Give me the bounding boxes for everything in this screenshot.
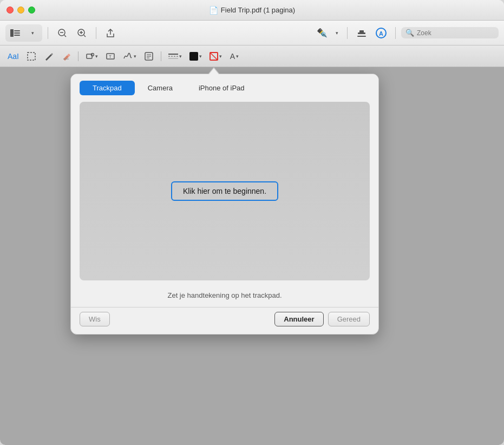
svg-rect-14 — [357, 36, 366, 37]
svg-line-10 — [84, 35, 86, 37]
search-icon: 🔍 — [405, 29, 414, 37]
freehand-button[interactable] — [42, 49, 56, 63]
chevron-down-icon: ▾ — [95, 54, 98, 59]
popup-instructions: Zet je handtekening op het trackpad. — [71, 287, 378, 307]
zoom-in-button[interactable] — [73, 25, 90, 41]
traffic-lights — [6, 6, 35, 14]
sidebar-toggle-button[interactable] — [6, 25, 24, 41]
title-label: Field Trip.pdf (1 pagina) — [221, 6, 295, 14]
text-tool-button[interactable]: AaI — [5, 49, 21, 63]
border-color-button[interactable]: ▾ — [207, 49, 224, 63]
svg-text:A: A — [379, 30, 383, 36]
close-button[interactable] — [6, 6, 14, 14]
line-style-button[interactable]: ▾ — [166, 49, 184, 63]
signature-popup: Trackpad Camera iPhone of iPad Klik hier… — [70, 74, 379, 335]
toolbar-sep-2 — [96, 27, 96, 39]
svg-rect-0 — [10, 29, 14, 37]
chevron-down-icon: ▾ — [336, 30, 338, 36]
pen-tool-button[interactable]: ✒️ — [313, 25, 331, 41]
sidebar-toggle-group: ▾ — [5, 24, 42, 42]
svg-line-6 — [64, 35, 66, 37]
main-toolbar: ▾ — [0, 21, 504, 45]
tab-iphone[interactable]: iPhone of iPad — [186, 81, 258, 95]
toolbar-sep-3 — [347, 27, 348, 39]
app-window: 📄 Field Trip.pdf (1 pagina) ▾ — [0, 0, 504, 445]
page-content: Trackpad Camera iPhone of iPad Klik hier… — [0, 67, 504, 445]
chevron-down-icon: ▾ — [134, 54, 136, 59]
signature-button[interactable]: ▾ — [121, 49, 139, 63]
svg-rect-2 — [14, 32, 20, 34]
toolbar-sep-1 — [48, 27, 48, 39]
ann-sep-2 — [161, 51, 161, 61]
svg-line-31 — [210, 53, 218, 60]
document-icon: 📄 — [209, 6, 218, 15]
shapes-button[interactable]: ▾ — [83, 49, 100, 63]
annuleer-button[interactable]: Annuleer — [274, 312, 323, 326]
tab-camera[interactable]: Camera — [135, 81, 186, 95]
sidebar-dropdown-button[interactable]: ▾ — [24, 25, 41, 41]
svg-text:T: T — [109, 54, 112, 59]
tab-trackpad[interactable]: Trackpad — [80, 81, 135, 95]
drawing-area[interactable]: Klik hier om te beginnen. — [80, 102, 370, 280]
window-title: 📄 Field Trip.pdf (1 pagina) — [209, 6, 295, 15]
chevron-down-icon: ▾ — [179, 54, 182, 59]
zoom-out-button[interactable] — [54, 25, 71, 41]
maximize-button[interactable] — [28, 6, 35, 14]
popup-footer: Wis Annuleer Gereed — [71, 307, 378, 334]
chevron-down-icon: ▾ — [236, 54, 239, 59]
gereed-button[interactable]: Gereed — [328, 312, 370, 326]
svg-point-20 — [91, 53, 94, 56]
toolbar-sep-4 — [395, 27, 396, 39]
font-label: A — [230, 52, 235, 61]
share-button[interactable] — [102, 25, 119, 41]
titlebar: 📄 Field Trip.pdf (1 pagina) — [0, 0, 504, 21]
instructions-text: Zet je handtekening op het trackpad. — [167, 291, 282, 299]
svg-rect-3 — [14, 35, 20, 36]
annotation-toolbar: AaI — [0, 45, 504, 67]
chevron-down-icon: ▾ — [199, 54, 202, 59]
fill-color-swatch — [189, 52, 198, 61]
eraser-button[interactable] — [59, 49, 73, 63]
stamp-button[interactable] — [353, 25, 370, 41]
wis-button[interactable]: Wis — [80, 312, 110, 326]
svg-rect-17 — [28, 53, 35, 60]
pen-tool-group: ✒️ ▾ — [313, 25, 342, 41]
search-bar: 🔍 — [401, 27, 499, 38]
textbox-button[interactable]: T — [103, 49, 117, 63]
chevron-down-icon: ▾ — [31, 30, 34, 36]
selection-button[interactable] — [24, 49, 38, 63]
minimize-button[interactable] — [17, 6, 24, 14]
fill-color-button[interactable]: ▾ — [187, 49, 204, 63]
popup-caret — [208, 67, 219, 74]
svg-rect-13 — [359, 30, 364, 33]
pen-dropdown-button[interactable]: ▾ — [332, 25, 342, 41]
font-button[interactable]: A ▾ — [227, 49, 241, 63]
note-button[interactable] — [142, 49, 156, 63]
popup-tabs: Trackpad Camera iPhone of iPad — [71, 74, 378, 95]
click-to-begin-button[interactable]: Klik hier om te beginnen. — [171, 181, 278, 201]
search-input[interactable] — [417, 29, 494, 37]
markup-button[interactable]: A — [372, 25, 390, 41]
chevron-down-icon: ▾ — [219, 54, 222, 59]
svg-rect-1 — [14, 30, 20, 31]
ann-sep-1 — [78, 51, 78, 61]
text-tool-label: AaI — [8, 52, 19, 61]
